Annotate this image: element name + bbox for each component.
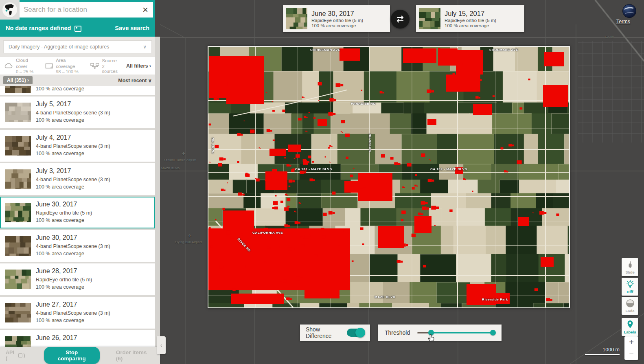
slider-track-range[interactable] — [431, 332, 493, 333]
item-subtitle: 4-band PlanetScope scene (3 m) — [36, 143, 110, 149]
compare-card-left[interactable]: June 30, 2017 RapidEye ortho tile (5 m) … — [283, 5, 390, 32]
tool-slide-button[interactable]: Slide — [622, 258, 638, 276]
fade-icon — [622, 297, 638, 309]
source-name: Source — [102, 58, 120, 64]
area-coverage-filter[interactable]: Area coverage 98 – 100 % — [45, 57, 84, 74]
close-icon[interactable]: × — [138, 2, 153, 18]
compare-right-title: July 15, 2017 — [445, 10, 496, 18]
item-title: June 27, 2017 — [36, 301, 77, 308]
road-label: PARADISE RD — [351, 102, 376, 105]
compare-left-title: June 30, 2017 — [311, 10, 363, 18]
zoom-out-button[interactable]: − — [624, 348, 638, 360]
chevron-down-icon: ∨ — [143, 44, 147, 50]
sidebar-scroll-gutter[interactable] — [155, 37, 160, 347]
compare-left-thumbnail — [286, 8, 307, 29]
swap-compare-button[interactable] — [391, 10, 410, 29]
dataset-dropdown[interactable]: Daily Imagery - Aggregate of image captu… — [3, 40, 152, 53]
list-item[interactable]: July 5, 2017 4-band PlanetScope scene (3… — [0, 96, 155, 128]
basemap-label: CA 99 — [605, 35, 614, 39]
road-label: GATES RD — [368, 133, 372, 152]
compare-right-thumbnail — [419, 8, 440, 29]
all-filters-button[interactable]: All filters › — [126, 63, 151, 69]
item-coverage: 100 % area coverage — [36, 217, 84, 223]
item-thumbnail — [5, 169, 31, 189]
item-subtitle: 4-band PlanetScope scene (3 m) — [36, 310, 110, 316]
item-coverage: 100 % area coverage — [36, 117, 84, 123]
calendar-icon[interactable] — [74, 26, 81, 32]
terms-link[interactable]: Terms — [616, 19, 630, 24]
item-title: July 3, 2017 — [36, 167, 71, 175]
item-coverage: 100 % area coverage — [36, 86, 84, 92]
results-count-chip[interactable]: All (351) › — [3, 76, 33, 84]
basemap-label: ✈ — [182, 151, 186, 156]
filter-bar: Cloud cover 0 – 25 % Area coverage 98 – … — [0, 57, 155, 75]
item-coverage: 100 % area coverage — [36, 251, 84, 257]
area-coverage-icon — [45, 63, 53, 69]
item-thumbnail — [5, 270, 31, 289]
compare-right-subtitle: RapidEye ortho tile (5 m) — [445, 18, 496, 23]
item-thumbnail — [5, 336, 31, 347]
list-item[interactable]: June 30, 2017 4-band PlanetScope scene (… — [0, 230, 155, 262]
item-title: June 30, 2017 — [36, 201, 77, 208]
compare-right-coverage: 100 % area coverage — [445, 23, 496, 28]
cloud-icon — [4, 63, 13, 69]
api-icon — [18, 353, 22, 357]
tool-fade-label: Fade — [622, 309, 638, 313]
item-subtitle: 4-band PlanetScope scene (3 m) — [36, 177, 110, 182]
list-item[interactable]: July 3, 2017 4-band PlanetScope scene (3… — [0, 163, 155, 195]
save-search-button[interactable]: Save search — [115, 25, 149, 31]
planet-globe-logo[interactable] — [0, 0, 20, 20]
tool-diff-button[interactable]: Diff — [622, 278, 638, 296]
toggle-knob[interactable] — [355, 328, 365, 338]
search-input[interactable] — [20, 6, 138, 14]
scale-label: 1000 m — [572, 347, 620, 353]
globe-orb-button[interactable] — [622, 4, 637, 18]
list-item[interactable]: June 26, 2017 — [0, 330, 155, 347]
zoom-control: + − — [624, 336, 638, 360]
road-label: CALIFORNIA AVE — [252, 231, 283, 235]
api-link[interactable]: API ( ) — [6, 350, 25, 361]
stop-comparing-button[interactable]: Stop comparing — [44, 347, 100, 364]
item-title: July 5, 2017 — [36, 101, 71, 108]
slide-icon — [622, 258, 638, 270]
threshold-slider[interactable] — [417, 329, 495, 337]
item-title: June 28, 2017 — [36, 268, 77, 275]
threshold-panel: Threshold — [378, 325, 502, 341]
list-item[interactable]: 100 % area coverage — [0, 86, 155, 95]
list-item[interactable]: June 27, 2017 4-band PlanetScope scene (… — [0, 297, 155, 329]
zoom-in-button[interactable]: + — [624, 336, 638, 348]
show-difference-label: Show Difference — [306, 326, 347, 339]
road-label: Riverside Park — [482, 298, 508, 301]
item-thumbnail — [5, 236, 31, 256]
slider-handle-min[interactable] — [428, 330, 434, 335]
sort-dropdown[interactable]: Most recent ∨ — [118, 77, 152, 83]
road-label: SHOEMAKE AVE — [489, 48, 518, 52]
item-subtitle: 4-band PlanetScope scene (3 m) — [36, 243, 110, 249]
labels-pin-icon — [622, 318, 638, 330]
swap-arrows-icon — [395, 15, 405, 23]
list-item[interactable]: July 4, 2017 4-band PlanetScope scene (3… — [0, 130, 155, 162]
list-item[interactable]: June 28, 2017 RapidEye ortho tile (5 m) … — [0, 263, 155, 295]
compare-imagery-frame[interactable]: CHRISEMAN AVESHOEMAKE AVEPARADISE RDCA 1… — [208, 46, 570, 308]
slider-handle-max[interactable] — [490, 330, 496, 335]
sidebar-collapse-tab[interactable]: ‹ — [157, 336, 166, 354]
search-header: × — [0, 0, 155, 20]
show-difference-toggle[interactable] — [347, 329, 364, 337]
source-filter[interactable]: Source 2 sources — [90, 58, 120, 73]
api-label-close: ) — [24, 353, 25, 358]
cloud-cover-name: Cloud cover — [16, 57, 39, 69]
road-label: HART RD — [211, 137, 215, 153]
road-label: CA 132 - MAZE BLVD — [295, 167, 332, 171]
compare-card-right[interactable]: July 15, 2017 RapidEye ortho tile (5 m) … — [416, 5, 524, 32]
list-item-selected[interactable]: June 30, 2017 RapidEye ortho tile (5 m) … — [0, 197, 155, 228]
item-coverage: 100 % area coverage — [36, 318, 84, 323]
order-items-button[interactable]: Order items (6) — [116, 349, 154, 362]
item-coverage: 100 % area coverage — [36, 151, 84, 156]
basemap-label: ✈ — [188, 234, 192, 238]
satellite-diff-canvas[interactable] — [208, 47, 569, 307]
threshold-label: Threshold — [385, 329, 410, 336]
tool-fade-button[interactable]: Fade — [622, 297, 638, 315]
tool-labels-button[interactable]: Labels — [622, 318, 638, 336]
scale-bar — [585, 354, 620, 355]
cloud-cover-filter[interactable]: Cloud cover 0 – 25 % — [4, 57, 39, 74]
